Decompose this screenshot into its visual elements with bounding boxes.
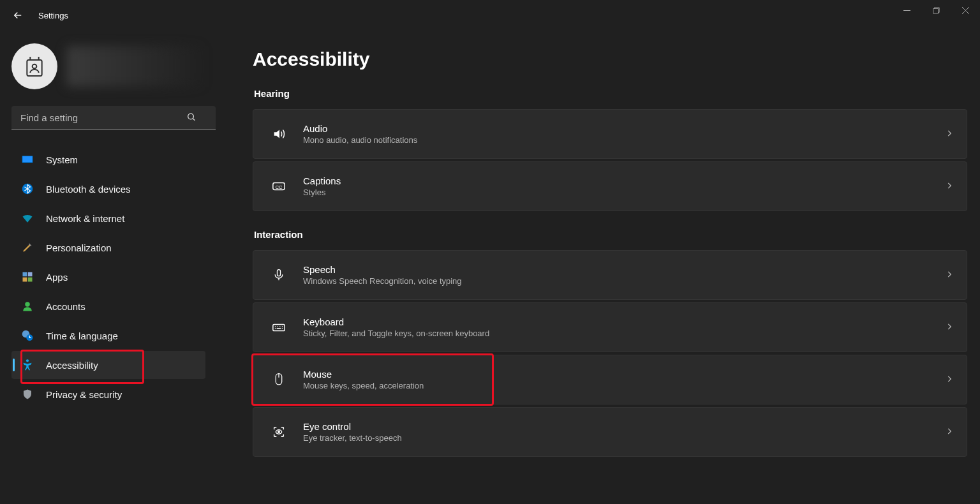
monitor-icon xyxy=(20,152,34,167)
card-mouse-row: Mouse Mouse keys, speed, acceleration xyxy=(253,355,967,404)
close-button[interactable] xyxy=(951,0,980,20)
svg-rect-0 xyxy=(933,8,938,13)
chevron-right-icon xyxy=(945,374,954,385)
section-hearing-title: Hearing xyxy=(254,88,967,99)
app-title: Settings xyxy=(38,11,68,20)
profile-block[interactable] xyxy=(11,43,205,89)
search-icon xyxy=(186,112,197,124)
captions-icon: CC xyxy=(271,179,286,194)
search-field[interactable] xyxy=(11,106,205,130)
nav-label: Time & language xyxy=(46,330,118,341)
chevron-right-icon xyxy=(945,181,954,192)
nav-label: Privacy & security xyxy=(46,389,122,400)
speaker-icon xyxy=(271,126,286,142)
card-title: Speech xyxy=(303,264,462,275)
avatar xyxy=(11,43,57,89)
svg-rect-18 xyxy=(273,324,285,330)
nav-label: Personalization xyxy=(46,242,112,253)
bluetooth-icon xyxy=(20,182,34,196)
svg-point-3 xyxy=(188,114,194,119)
card-subtitle: Mono audio, audio notifications xyxy=(303,135,417,145)
nav-item-accessibility[interactable]: Accessibility xyxy=(11,351,205,379)
svg-text:CC: CC xyxy=(276,184,283,190)
card-subtitle: Mouse keys, speed, acceleration xyxy=(303,381,424,390)
minimize-button[interactable] xyxy=(892,0,921,20)
card-subtitle: Styles xyxy=(303,188,341,197)
card-title: Audio xyxy=(303,123,417,134)
nav-list: System Bluetooth & devices Network & int… xyxy=(11,145,205,408)
maximize-button[interactable] xyxy=(921,0,951,20)
card-title: Eye control xyxy=(303,421,402,432)
svg-rect-5 xyxy=(23,156,33,162)
section-interaction-title: Interaction xyxy=(254,229,967,240)
card-subtitle: Windows Speech Recognition, voice typing xyxy=(303,276,462,286)
svg-rect-7 xyxy=(23,272,27,277)
card-eye-control[interactable]: Eye control Eye tracker, text-to-speech xyxy=(253,407,967,457)
card-subtitle: Eye tracker, text-to-speech xyxy=(303,433,402,443)
back-button[interactable] xyxy=(5,3,31,28)
nav-item-personalization[interactable]: Personalization xyxy=(11,233,205,262)
nav-label: Network & internet xyxy=(46,213,124,224)
shield-icon xyxy=(20,387,34,401)
avatar-placeholder-icon xyxy=(22,54,47,79)
profile-name-redacted xyxy=(66,46,205,87)
eye-control-icon xyxy=(271,424,286,440)
minimize-icon xyxy=(903,7,910,14)
svg-point-21 xyxy=(278,431,280,433)
apps-icon xyxy=(20,270,34,284)
clock-globe-icon xyxy=(20,329,34,343)
mouse-icon xyxy=(271,372,286,387)
microphone-icon xyxy=(271,267,286,283)
window-controls xyxy=(892,0,980,26)
sidebar: System Bluetooth & devices Network & int… xyxy=(0,31,217,504)
arrow-left-icon xyxy=(12,10,24,21)
nav-item-accounts[interactable]: Accounts xyxy=(11,292,205,320)
card-title: Mouse xyxy=(303,369,424,380)
svg-point-11 xyxy=(25,302,30,307)
search-input[interactable] xyxy=(11,106,216,130)
nav-item-system[interactable]: System xyxy=(11,145,205,174)
chevron-right-icon xyxy=(945,129,954,140)
nav-label: System xyxy=(46,154,78,165)
svg-point-14 xyxy=(26,359,29,362)
keyboard-icon xyxy=(271,320,286,335)
card-subtitle: Sticky, Filter, and Toggle keys, on-scre… xyxy=(303,329,489,338)
card-title: Captions xyxy=(303,175,341,186)
svg-point-2 xyxy=(33,64,37,69)
chevron-right-icon xyxy=(945,322,954,333)
nav-item-apps[interactable]: Apps xyxy=(11,263,205,291)
svg-rect-8 xyxy=(28,272,33,277)
paintbrush-icon xyxy=(20,241,34,255)
person-icon xyxy=(20,299,34,313)
nav-label: Apps xyxy=(46,272,68,283)
nav-label: Bluetooth & devices xyxy=(46,184,131,195)
card-captions[interactable]: CC Captions Styles xyxy=(253,161,967,211)
svg-rect-17 xyxy=(278,270,281,276)
nav-item-privacy[interactable]: Privacy & security xyxy=(11,380,205,408)
maximize-icon xyxy=(933,7,940,14)
accessibility-icon xyxy=(20,358,34,372)
card-keyboard[interactable]: Keyboard Sticky, Filter, and Toggle keys… xyxy=(253,302,967,352)
nav-item-time-language[interactable]: Time & language xyxy=(11,322,205,350)
wifi-icon xyxy=(20,211,34,225)
card-mouse[interactable]: Mouse Mouse keys, speed, acceleration xyxy=(253,355,967,404)
nav-label: Accessibility xyxy=(46,360,98,371)
svg-rect-9 xyxy=(23,278,27,282)
nav-item-bluetooth[interactable]: Bluetooth & devices xyxy=(11,175,205,203)
nav-label: Accounts xyxy=(46,301,85,312)
main-content: Accessibility Hearing Audio Mono audio, … xyxy=(217,31,980,504)
close-icon xyxy=(962,7,969,14)
svg-rect-10 xyxy=(28,278,33,282)
page-title: Accessibility xyxy=(253,48,967,70)
card-speech[interactable]: Speech Windows Speech Recognition, voice… xyxy=(253,250,967,300)
title-bar: Settings xyxy=(0,0,980,31)
chevron-right-icon xyxy=(945,427,954,438)
nav-item-network[interactable]: Network & internet xyxy=(11,204,205,232)
chevron-right-icon xyxy=(945,270,954,281)
card-title: Keyboard xyxy=(303,316,489,327)
card-audio[interactable]: Audio Mono audio, audio notifications xyxy=(253,109,967,159)
